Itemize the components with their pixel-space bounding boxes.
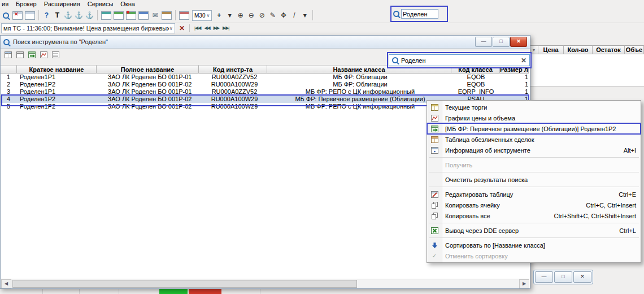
status-message-combo[interactable]: мя ТС - 11:36:00; Внимание! Цена размеще…: [1, 23, 175, 33]
cell-instrument-code: RU000A100W29: [201, 96, 268, 103]
trades-table-icon[interactable]: [114, 11, 124, 20]
toolbar-separator: [312, 10, 313, 20]
nav-first-button[interactable]: |◀◀: [194, 25, 201, 31]
chart-icon[interactable]: [38, 50, 49, 59]
table-search-icon[interactable]: [1, 10, 11, 20]
minimize-button[interactable]: —: [475, 37, 492, 47]
col-instrument-code[interactable]: Код инстр-та: [199, 65, 267, 74]
menu-item-services[interactable]: Сервисы: [88, 1, 114, 7]
table-icon[interactable]: [15, 50, 25, 59]
line-tool-icon[interactable]: /: [289, 10, 299, 20]
chart-icon: [427, 115, 442, 122]
dialog-search-field[interactable]: Роделен ✕: [389, 54, 530, 66]
close-button[interactable]: ✕: [510, 37, 527, 47]
journal-icon[interactable]: [162, 11, 172, 20]
cell-short-name: Роделен1Р1: [16, 88, 99, 96]
menu-item-receive[interactable]: Получить: [427, 159, 641, 170]
positive-value-cell: [159, 288, 188, 294]
toolbar-search-input[interactable]: [401, 9, 438, 19]
scroll-left-button[interactable]: ◀: [1, 279, 11, 288]
chart-icon[interactable]: [179, 11, 189, 20]
pencil-icon[interactable]: ✎: [268, 10, 277, 20]
depth-of-market-icon[interactable]: [50, 50, 60, 59]
dropdown-icon[interactable]: ▾: [225, 10, 234, 20]
open-class-table-icon[interactable]: [27, 50, 37, 59]
orders-table-icon[interactable]: [138, 11, 149, 20]
delete-table-icon[interactable]: ✕: [12, 11, 23, 20]
menu-item-dde-output[interactable]: Вывод через DDE сервер Ctrl+L: [427, 225, 641, 236]
cell-short-name: Роделен1Р2: [16, 96, 99, 103]
menu-item-open-class-table[interactable]: [МБ ФР: Первичное размещение (Облигации)…: [427, 123, 641, 134]
col-volume[interactable]: Объе: [625, 45, 644, 54]
col-full-name[interactable]: Полное название: [97, 65, 199, 74]
table-row[interactable]: 1 Роделен1Р1 ЗАО ЛК Роделен БО 001Р-01 R…: [1, 74, 529, 81]
cell-row-number: 2: [1, 81, 16, 88]
col-price[interactable]: Цена: [538, 45, 564, 54]
toolbar-separator: [97, 10, 98, 20]
menu-item-shortcut: Ctrl+Shift+C, Ctrl+Shift+Insert: [554, 213, 637, 219]
zoom-in-icon[interactable]: ⊕: [236, 10, 245, 20]
menu-item-cancel-sort[interactable]: ✓ Отменить сортировку: [427, 250, 641, 261]
maximize-button[interactable]: □: [493, 37, 510, 47]
menu-item-edit-table[interactable]: Редактировать таблицу Ctrl+E: [427, 189, 641, 200]
menu-item-instrument-info[interactable]: Информация об инструменте Alt+I: [427, 145, 641, 155]
menu-item-copy-all[interactable]: Копировать все Ctrl+Shift+C, Ctrl+Shift+…: [427, 210, 641, 221]
menu-item-sort-by[interactable]: Сортировать по [Название класса]: [427, 240, 641, 250]
cell-full-name: ЗАО ЛК Роделен БО 001Р-01: [99, 88, 201, 96]
scrollbar-thumb[interactable]: [12, 280, 357, 288]
menu-item-copy-cell[interactable]: Копировать ячейку Ctrl+C, Ctrl+Insert: [427, 200, 641, 210]
zoom-out-icon[interactable]: ⊖: [246, 10, 256, 20]
help-icon[interactable]: ?: [42, 10, 51, 20]
alerts-table-icon[interactable]: [126, 11, 136, 20]
menu-item-shortcut: Alt+I: [624, 147, 636, 154]
minimize-button[interactable]: —: [535, 271, 553, 283]
col-remainder[interactable]: Остаток: [593, 45, 625, 54]
no-zoom-icon[interactable]: ⊘: [257, 10, 267, 20]
cell-short-name: Роделен1Р2: [16, 81, 99, 88]
timeframe-combo[interactable]: M30 ∨: [192, 10, 212, 21]
menu-item-shortcut: Ctrl+L: [619, 227, 636, 234]
cell-lot-size: 1: [500, 74, 529, 81]
red-x-icon: ✕: [14, 11, 22, 17]
status-close-button[interactable]: ✕: [177, 24, 186, 32]
menubar: ия Брокер Расширения Сервисы Окна: [0, 0, 644, 7]
quotes-table-icon[interactable]: [101, 11, 111, 20]
nav-prev-button[interactable]: ◀◀: [204, 25, 210, 31]
menu-item-anonymous-trades[interactable]: Таблица обезличенных сделок: [427, 134, 641, 145]
menu-item-label: Текущие торги: [445, 104, 630, 111]
scroll-right-button[interactable]: ▶: [519, 279, 529, 288]
col-short-name[interactable]: Краткое название: [17, 65, 97, 74]
close-button[interactable]: ✕: [573, 271, 591, 283]
table-icon[interactable]: [25, 11, 35, 20]
menu-item-windows[interactable]: Окна: [120, 1, 135, 7]
hand-tool-icon[interactable]: ✥: [279, 10, 288, 20]
quik-terminal-screen: ия Брокер Расширения Сервисы Окна ✕ ? T …: [0, 0, 644, 294]
table-row[interactable]: 3 Роделен1Р1 ЗАО ЛК Роделен БО 001Р-01 R…: [1, 88, 529, 96]
col-quantity[interactable]: Кол-во: [564, 45, 593, 54]
add-tool-icon[interactable]: +: [214, 10, 224, 20]
current-table-icon[interactable]: [3, 50, 13, 59]
restore-button[interactable]: □: [554, 271, 572, 283]
search-icon: [392, 57, 398, 63]
table-row[interactable]: 2 Роделен1Р2 ЗАО ЛК Роделен БО 001Р-02 R…: [1, 81, 529, 88]
nav-next-button[interactable]: ▶▶: [214, 25, 219, 31]
anchor-icon[interactable]: ⚓: [63, 10, 73, 20]
menu-item-current-trades[interactable]: Текущие торги: [427, 102, 641, 113]
background-table-header: ▼ Цена Кол-во Остаток Объе: [530, 45, 644, 54]
anchor-icon[interactable]: ⚓: [85, 10, 94, 20]
anchor-icon[interactable]: ⚓: [74, 10, 84, 20]
nav-last-button[interactable]: ▶▶|: [223, 25, 229, 31]
col-row-number[interactable]: [1, 65, 17, 74]
menu-item-price-volume-charts[interactable]: Графики цены и объема: [427, 113, 641, 123]
cell-row-number: 1: [1, 74, 16, 81]
menu-item-clear-search-results[interactable]: Очистить результаты поиска: [427, 174, 641, 185]
mail-icon[interactable]: ✉: [150, 10, 160, 20]
text-tool-icon[interactable]: T: [53, 10, 62, 20]
dialog-titlebar[interactable]: Поиск инструмента по "Роделен" — □ ✕: [1, 36, 530, 49]
column-divider: [119, 288, 119, 294]
line-tool-dropdown-icon[interactable]: ▾: [300, 10, 310, 20]
clear-search-icon[interactable]: ✕: [521, 57, 526, 64]
menu-item-extensions[interactable]: Расширения: [44, 1, 80, 7]
menu-item-cut[interactable]: ия: [2, 1, 8, 7]
menu-item-broker[interactable]: Брокер: [16, 1, 37, 7]
